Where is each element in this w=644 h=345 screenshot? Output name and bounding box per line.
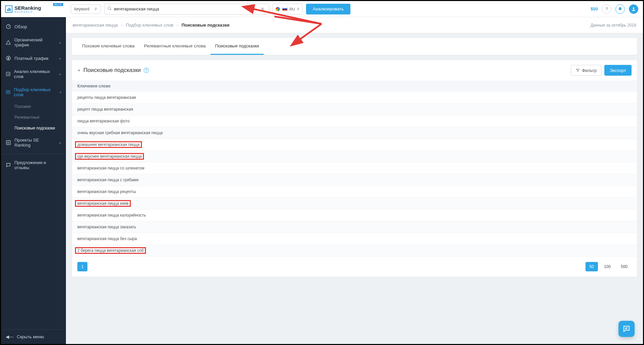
- nav-organic[interactable]: Органический трафик ▸: [1, 33, 66, 51]
- crumb-section[interactable]: Подбор ключевых слов: [126, 23, 173, 28]
- nav-projects[interactable]: Проекты SE Ranking ▸: [1, 133, 66, 152]
- nav-label: Предложения и отзывы: [14, 160, 61, 170]
- nav-paid[interactable]: Платный трафик ▸: [1, 51, 66, 65]
- tab-suggestions[interactable]: Поисковые подсказки: [211, 38, 264, 55]
- table-row[interactable]: вегетарианская пицца заказать: [72, 221, 637, 233]
- locale-text: RU: [290, 7, 295, 11]
- search-input-wrap: ✕: [104, 4, 269, 14]
- sub-similar[interactable]: Похожие: [13, 101, 66, 112]
- comment-icon: [6, 162, 11, 168]
- divider: [1, 154, 66, 154]
- flag-ru-icon: [282, 7, 288, 11]
- user-menu-button[interactable]: [629, 4, 638, 14]
- nav-keyword-selection[interactable]: Подбор ключевых слов ▾: [1, 83, 66, 101]
- nav-feedback[interactable]: Предложения и отзывы: [1, 156, 66, 174]
- sub-relevant[interactable]: Релевантные: [13, 112, 66, 123]
- table-row[interactable]: 2 берега пицца вегетарианская спб: [72, 245, 637, 257]
- highlighted-keyword: домашняя вегетарианская пицца: [75, 141, 142, 148]
- search-input[interactable]: [114, 6, 259, 11]
- logo[interactable]: SERanking RESEARCH BETA: [1, 1, 66, 17]
- tab-relevant[interactable]: Релевантные ключевые слова: [139, 38, 211, 55]
- nav-label: Органический трафик: [14, 37, 56, 47]
- nav-label: Обзор: [14, 24, 27, 29]
- page-size-500[interactable]: 500: [617, 262, 632, 271]
- google-icon: [275, 7, 280, 11]
- help-button[interactable]: ?: [602, 4, 611, 14]
- dollar-icon: [6, 55, 11, 61]
- nav-label: Проекты SE Ranking: [14, 138, 56, 148]
- suggestions-panel: ▼ Поисковые подсказки ? Фильтр Экспорт К…: [72, 60, 637, 277]
- nav: Обзор Органический трафик ▸ Платный траф…: [1, 17, 66, 329]
- data-date: Данные за октябрь 2018: [591, 23, 636, 28]
- chevron-right-icon: ▸: [60, 41, 61, 44]
- list-icon: [6, 89, 10, 95]
- breadcrumbs: вегетарианская пицца › Подбор ключевых с…: [66, 17, 643, 33]
- pagination: 1 50 100 500: [72, 257, 637, 277]
- search-type-select[interactable]: keyword ⇵: [71, 4, 101, 14]
- table-body: рецепты пицца вегетарианскаярецепт пицца…: [72, 92, 637, 257]
- clear-icon[interactable]: ✕: [259, 6, 266, 12]
- table-row[interactable]: вегетарианская пицца без сыра: [72, 233, 637, 245]
- svg-point-5: [108, 7, 111, 9]
- table-header: Ключевое слово: [72, 80, 637, 92]
- credit-amount[interactable]: $50: [591, 6, 598, 11]
- warning-icon: [6, 40, 11, 45]
- help-icon[interactable]: ?: [144, 68, 149, 73]
- nav-overview[interactable]: Обзор: [1, 20, 66, 33]
- table-row[interactable]: домашняя вегетарианская пицца: [72, 139, 637, 151]
- table-row[interactable]: рецепт пицца вегетарианская: [72, 104, 637, 115]
- export-button[interactable]: Экспорт: [604, 65, 632, 76]
- collapse-menu[interactable]: ◀— Скрыть меню: [1, 329, 66, 344]
- logo-text: SERanking RESEARCH: [14, 5, 41, 13]
- page-size-50[interactable]: 50: [585, 262, 598, 271]
- chevron-right-icon: ▸: [60, 72, 61, 76]
- table-row[interactable]: пицца вегетарианская фото: [72, 115, 637, 127]
- tab-similar[interactable]: Похожие ключевые слова: [77, 38, 139, 55]
- table-row[interactable]: вегетарианская пицца калорийность: [72, 209, 637, 221]
- tabs: Похожие ключевые слова Релевантные ключе…: [72, 38, 637, 55]
- chevron-right-icon: ▸: [60, 56, 61, 60]
- panel-actions: Фильтр Экспорт: [571, 65, 632, 76]
- locale-select[interactable]: RU ⇵: [272, 4, 303, 14]
- filter-icon: [576, 68, 580, 72]
- gauge-icon: [6, 24, 11, 29]
- select-value: keyword: [74, 7, 89, 11]
- chart-icon: [6, 140, 11, 145]
- beta-badge: BETA: [53, 3, 63, 6]
- chevron-right-icon: ▸: [60, 141, 61, 145]
- page-1[interactable]: 1: [77, 262, 87, 271]
- nav-keyword-analysis[interactable]: Анализ ключевых слов ▸: [1, 65, 66, 83]
- topbar-right: $50 ?: [591, 4, 638, 14]
- page-size-100[interactable]: 100: [600, 262, 615, 271]
- highlighted-keyword: 2 берега пицца вегетарианская спб: [75, 247, 146, 254]
- chat-button[interactable]: [618, 321, 635, 337]
- panel-title: ▼ Поисковые подсказки ?: [77, 67, 149, 74]
- column-keyword: Ключевое слово: [77, 84, 111, 88]
- chevron-down-icon: ▾: [60, 90, 61, 94]
- table-row[interactable]: очень вкусная грибная вегетарианская пиц…: [72, 127, 637, 139]
- table-row[interactable]: вегетарианская пицца со шпинатом: [72, 162, 637, 174]
- chevron-right-icon: ›: [177, 23, 178, 28]
- crumb-keyword[interactable]: вегетарианская пицца: [73, 23, 118, 28]
- main: keyword ⇵ ✕ RU ⇵ Анализировать $50 ?: [66, 1, 643, 344]
- filter-button[interactable]: Фильтр: [571, 65, 602, 76]
- select-arrows-icon: ⇵: [297, 7, 300, 11]
- panel-title-text: Поисковые подсказки: [83, 67, 141, 74]
- table-row[interactable]: вегетарианская пицца рецепты: [72, 186, 637, 198]
- search-icon: [107, 6, 112, 12]
- topbar: keyword ⇵ ✕ RU ⇵ Анализировать $50 ?: [66, 1, 643, 17]
- table-row[interactable]: вегетарианская пицца киев: [72, 198, 637, 209]
- sub-suggestions[interactable]: Поисковые подсказки: [13, 123, 66, 133]
- notifications-button[interactable]: [615, 4, 625, 14]
- table-row[interactable]: рецепты пицца вегетарианская: [72, 92, 637, 104]
- analyze-button[interactable]: Анализировать: [306, 4, 350, 14]
- table-row[interactable]: где вкуснее вегетарианская пицца: [72, 151, 637, 162]
- analysis-icon: [6, 71, 10, 77]
- select-arrows-icon: ⇵: [94, 7, 97, 11]
- chat-icon: [622, 325, 631, 333]
- page-size: 50 100 500: [585, 262, 632, 271]
- highlighted-keyword: где вкуснее вегетарианская пицца: [75, 153, 144, 160]
- user-icon: [631, 7, 636, 11]
- table-row[interactable]: вегетарианская пицца с грибами: [72, 174, 637, 186]
- collapse-triangle-icon[interactable]: ▼: [77, 69, 81, 72]
